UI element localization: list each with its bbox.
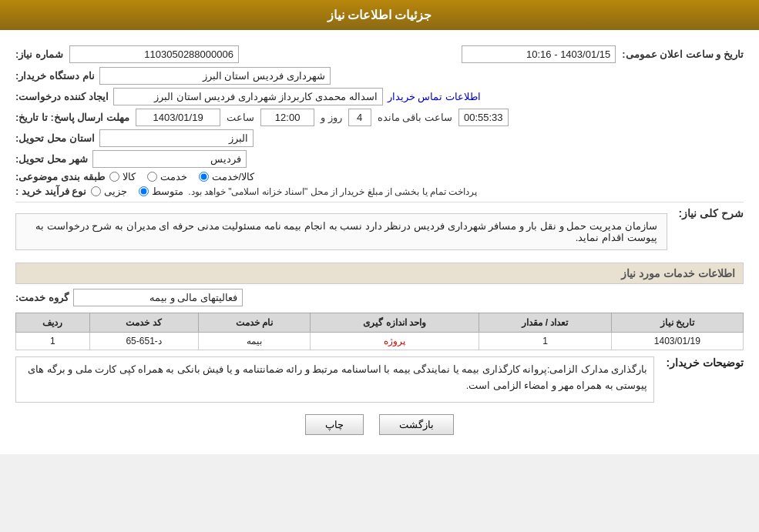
deadline-remaining: 00:55:33	[458, 109, 509, 126]
row-need-number: تاریخ و ساعت اعلان عمومی: 1403/01/15 - 1…	[15, 45, 744, 63]
col-unit: واحد اندازه گیری	[310, 313, 479, 333]
divider-1	[15, 202, 744, 202]
row-city: فردیس شهر محل تحویل:	[15, 150, 744, 168]
category-radio-group: کالا/خدمت خدمت کالا	[109, 171, 255, 182]
creator-value: اسداله محمدی کاربرداز شهرداری فردیس استا…	[113, 88, 383, 105]
city-value: فردیس	[92, 150, 247, 168]
org-label: نام دستگاه خریدار:	[15, 70, 95, 82]
category-khedmat[interactable]: خدمت	[147, 171, 187, 182]
province-value: البرز	[99, 129, 254, 147]
row-province: البرز استان محل تحویل:	[15, 129, 744, 147]
cell-quantity: 1	[479, 333, 611, 350]
need-number-group: 1103050288000006 شماره نیاز:	[15, 45, 239, 63]
category-kala[interactable]: کالا	[109, 171, 136, 182]
category-kala-khedmat[interactable]: کالا/خدمت	[199, 171, 255, 182]
row-category: کالا/خدمت خدمت کالا طبقه بندی موضوعی:	[15, 171, 744, 182]
row-process: پرداخت تمام یا بخشی از مبلغ خریدار از مح…	[15, 186, 744, 197]
cell-unit: پروژه	[310, 333, 479, 350]
contact-link[interactable]: اطلاعات تماس خریدار	[388, 91, 481, 102]
description-label: شرح کلی نیاز:	[679, 207, 744, 219]
buyer-notes-content: بارگذاری مدارک الزامی:پروانه کارگذاری بی…	[15, 356, 654, 403]
category-label-khedmat: خدمت	[160, 171, 187, 182]
category-radio-kala-khedmat[interactable]	[199, 172, 209, 182]
days-label: روز و	[321, 112, 342, 123]
service-group-value: فعالیتهای مالی و بیمه	[73, 289, 243, 306]
services-section-header: اطلاعات خدمات مورد نیاز	[15, 263, 744, 284]
category-radio-kala[interactable]	[109, 172, 119, 182]
creator-label: ایجاد کننده درخواست:	[15, 91, 109, 102]
deadline-date: 1403/01/19	[136, 109, 220, 126]
content-area: تاریخ و ساعت اعلان عمومی: 1403/01/15 - 1…	[0, 30, 759, 454]
description-box: سازمان مدیریت حمل و نقل بار و مسافر شهرد…	[15, 213, 667, 250]
col-service-name: نام خدمت	[198, 313, 310, 333]
services-table: تاریخ نیاز تعداد / مقدار واحد اندازه گیر…	[15, 313, 744, 350]
announcement-value: 1403/01/15 - 10:16	[462, 45, 616, 63]
category-radio-khedmat[interactable]	[147, 172, 157, 182]
org-value: شهرداری فردیس استان البرز	[99, 67, 331, 85]
province-label: استان محل تحویل:	[15, 132, 95, 144]
announcement-label: تاریخ و ساعت اعلان عمومی:	[622, 49, 744, 60]
process-radio-group: متوسط جزیی	[91, 186, 183, 197]
need-number-label: شماره نیاز:	[15, 49, 63, 60]
col-row: ردیف	[16, 313, 90, 333]
process-medium[interactable]: متوسط	[139, 186, 183, 197]
buyer-notes-label: توضیحات خریدار:	[666, 356, 744, 403]
page-title: جزئیات اطلاعات نیاز	[327, 8, 432, 22]
process-label: نوع فرآیند خرید :	[15, 186, 86, 197]
time-label: ساعت	[227, 112, 254, 123]
deadline-label: مهلت ارسال پاسخ: تا تاریخ:	[15, 112, 129, 123]
page-container: جزئیات اطلاعات نیاز تاریخ و ساعت اعلان ع…	[0, 0, 759, 454]
col-quantity: تعداد / مقدار	[479, 313, 611, 333]
services-header-label: اطلاعات خدمات مورد نیاز	[621, 267, 735, 279]
cell-row: 1	[16, 333, 90, 350]
table-row: 1403/01/19 1 پروژه بیمه د-651-65 1	[16, 333, 744, 350]
description-text: سازمان مدیریت حمل و نقل بار و مسافر شهرد…	[35, 220, 657, 243]
service-group-label: گروه خدمت:	[15, 292, 69, 303]
process-notice: پرداخت تمام یا بخشی از مبلغ خریدار از مح…	[188, 186, 477, 197]
print-button[interactable]: چاپ	[305, 414, 364, 435]
remaining-label: ساعت باقی مانده	[378, 112, 452, 123]
deadline-days: 4	[348, 109, 371, 126]
process-detail[interactable]: جزیی	[91, 186, 127, 197]
announcement-group: تاریخ و ساعت اعلان عمومی: 1403/01/15 - 1…	[462, 45, 744, 63]
row-creator: اطلاعات تماس خریدار اسداله محمدی کاربردا…	[15, 88, 744, 105]
need-number-value: 1103050288000006	[69, 45, 239, 63]
process-radio-detail[interactable]	[91, 186, 101, 196]
unit-link[interactable]: پروژه	[384, 336, 405, 346]
process-label-medium: متوسط	[152, 186, 183, 197]
services-table-header-row: تاریخ نیاز تعداد / مقدار واحد اندازه گیر…	[16, 313, 744, 333]
buttons-row: بازگشت چاپ	[15, 414, 744, 435]
back-button[interactable]: بازگشت	[379, 414, 454, 435]
row-service-group: فعالیتهای مالی و بیمه گروه خدمت:	[15, 289, 744, 306]
description-section: شرح کلی نیاز: سازمان مدیریت حمل و نقل با…	[15, 207, 744, 256]
category-label-kala-khedmat: کالا/خدمت	[212, 171, 255, 182]
col-code: کد خدمت	[89, 313, 198, 333]
category-label-kala: کالا	[123, 171, 136, 182]
category-label: طبقه بندی موضوعی:	[15, 171, 105, 182]
process-radio-medium[interactable]	[139, 186, 149, 196]
deadline-time: 12:00	[260, 109, 314, 126]
cell-code: د-651-65	[89, 333, 198, 350]
buyer-notes-section: توضیحات خریدار: بارگذاری مدارک الزامی:پر…	[15, 356, 744, 403]
row-deadline: 00:55:33 ساعت باقی مانده 4 روز و 12:00 س…	[15, 109, 744, 126]
row-org: شهرداری فردیس استان البرز نام دستگاه خری…	[15, 67, 744, 85]
col-date: تاریخ نیاز	[611, 313, 743, 333]
page-header: جزئیات اطلاعات نیاز	[0, 0, 759, 30]
process-label-detail: جزیی	[104, 186, 127, 197]
cell-date: 1403/01/19	[611, 333, 743, 350]
city-label: شهر محل تحویل:	[15, 153, 88, 165]
cell-service-name: بیمه	[198, 333, 310, 350]
